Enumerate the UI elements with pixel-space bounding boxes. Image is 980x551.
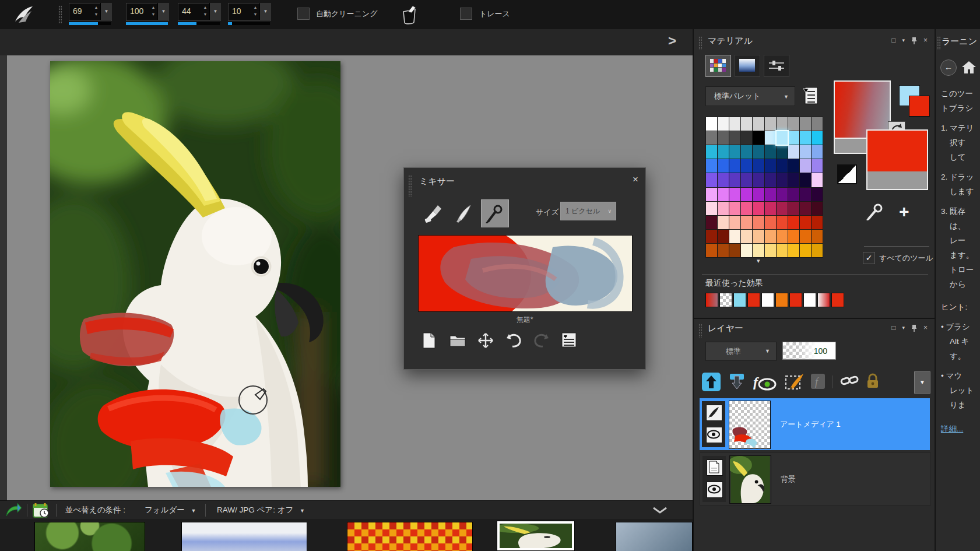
palette-swatch-3-5[interactable] <box>765 159 776 173</box>
palette-swatch-4-8[interactable] <box>800 173 811 187</box>
mixer-undo-icon[interactable] <box>505 332 522 349</box>
rawjpg-pair-dropdown[interactable]: RAW/ JPG ペア: オフ ▼ <box>217 501 305 520</box>
collapse-organizer-chevron-icon[interactable] <box>652 506 668 515</box>
thumbnail-sky[interactable] <box>181 522 307 551</box>
spinner-dropdown-icon[interactable]: ▼ <box>157 3 169 20</box>
palette-swatch-4-1[interactable] <box>718 173 729 187</box>
palette-swatch-7-2[interactable] <box>729 216 740 229</box>
layer-row-art-media[interactable]: アートメディア 1 <box>700 398 930 450</box>
sort-folder-dropdown[interactable]: フォルダー ▼ <box>145 501 196 520</box>
palette-swatch-4-7[interactable] <box>788 173 799 187</box>
palette-swatch-1-7[interactable] <box>788 131 799 145</box>
mixer-pan-icon[interactable] <box>477 332 494 349</box>
palette-swatch-8-9[interactable] <box>812 230 823 243</box>
palette-swatch-2-2[interactable] <box>729 145 740 159</box>
palette-swatch-5-2[interactable] <box>729 188 740 201</box>
palette-swatch-7-8[interactable] <box>800 216 811 229</box>
palette-swatch-7-3[interactable] <box>741 216 752 229</box>
spinner-dropdown-icon[interactable]: ▼ <box>209 3 221 20</box>
spin-arrows-icon[interactable]: ▲▼ <box>252 4 259 18</box>
home-icon[interactable] <box>961 59 977 75</box>
palette-swatch-1-9[interactable] <box>812 131 823 145</box>
move-layer-up-button[interactable] <box>702 373 721 391</box>
close-icon[interactable]: × <box>923 36 928 44</box>
recent-swatch-3[interactable] <box>747 293 760 307</box>
palette-swatch-4-6[interactable] <box>777 173 788 187</box>
palette-swatch-4-5[interactable] <box>765 173 776 187</box>
palette-swatch-3-1[interactable] <box>718 159 729 173</box>
palette-knife-tool-button[interactable] <box>451 199 477 226</box>
blend-mode-select[interactable]: 標準 ▼ <box>705 342 777 361</box>
palette-swatch-7-0[interactable] <box>706 216 717 229</box>
spinner-viscosity[interactable]: 10 ▲▼ ▼ <box>228 3 271 26</box>
panel-menu-icon[interactable]: ▾ <box>902 37 905 43</box>
palette-swatch-3-7[interactable] <box>788 159 799 173</box>
all-tools-checkbox[interactable]: ✓ <box>863 252 875 264</box>
palette-swatch-8-6[interactable] <box>777 230 788 243</box>
palette-swatch-0-9[interactable] <box>812 117 823 131</box>
mixer-dialog[interactable]: ミキサー × サイズ 1 ピクセル ∨ <box>403 167 646 370</box>
palette-swatch-5-1[interactable] <box>718 188 729 201</box>
palette-swatch-8-5[interactable] <box>765 230 776 243</box>
palette-swatch-0-0[interactable] <box>706 117 717 131</box>
palette-swatch-8-2[interactable] <box>729 230 740 243</box>
mixer-load-page-folder-icon[interactable] <box>449 332 466 349</box>
mixer-menu-icon[interactable] <box>561 332 578 349</box>
expand-panel-chevron-icon[interactable]: > <box>668 33 676 49</box>
spin-arrows-icon[interactable]: ▲▼ <box>150 4 157 18</box>
palette-swatch-2-3[interactable] <box>741 145 752 159</box>
trace-checkbox[interactable] <box>460 8 472 20</box>
recent-swatch-8[interactable] <box>817 293 830 307</box>
materials-grip[interactable] <box>698 36 702 50</box>
spinner-thickness[interactable]: 69 ▲▼ ▼ <box>69 3 112 26</box>
palette-swatch-3-9[interactable] <box>812 159 823 173</box>
palette-swatch-0-7[interactable] <box>788 117 799 131</box>
layer-opacity-field[interactable]: 100 <box>782 342 836 360</box>
palette-swatch-4-0[interactable] <box>706 173 717 187</box>
palette-swatch-0-1[interactable] <box>718 117 729 131</box>
thumbnail-pattern[interactable] <box>347 522 473 551</box>
spinner-loading[interactable]: 44 ▲▼ ▼ <box>178 3 221 26</box>
palette-swatch-6-0[interactable] <box>706 202 717 215</box>
palette-swatch-9-0[interactable] <box>706 244 717 257</box>
palette-swatch-6-2[interactable] <box>729 202 740 215</box>
palette-swatch-6-7[interactable] <box>788 202 799 215</box>
palette-swatch-8-1[interactable] <box>718 230 729 243</box>
palette-swatch-3-0[interactable] <box>706 159 717 173</box>
palette-swatch-7-1[interactable] <box>718 216 729 229</box>
thumbnail-cockatoo-selected[interactable] <box>497 521 575 551</box>
add-swatch-plus-icon[interactable]: + <box>899 202 909 222</box>
recent-swatch-2[interactable] <box>733 293 746 307</box>
toolbar-grip[interactable] <box>58 5 62 24</box>
palette-swatch-4-4[interactable] <box>753 173 764 187</box>
palette-swatch-2-0[interactable] <box>706 145 717 159</box>
palette-swatch-7-5[interactable] <box>765 216 776 229</box>
mixer-dropper-tool-button[interactable] <box>481 199 509 227</box>
palette-swatch-8-7[interactable] <box>788 230 799 243</box>
recent-swatch-4[interactable] <box>761 293 774 307</box>
learning-more-link[interactable]: 詳細... <box>941 422 980 436</box>
palette-swatch-6-3[interactable] <box>741 202 752 215</box>
recent-swatch-6[interactable] <box>789 293 802 307</box>
palette-swatch-0-4[interactable] <box>753 117 764 131</box>
spinner-dropdown-icon[interactable]: ▼ <box>100 3 112 20</box>
layer-thumbnail[interactable] <box>729 455 771 504</box>
layer-row-background[interactable]: 背景 <box>700 452 931 506</box>
palette-swatch-2-1[interactable] <box>718 145 729 159</box>
black-white-reset-swatch[interactable] <box>837 164 857 184</box>
background-material-large-swatch[interactable] <box>866 129 928 190</box>
palette-swatch-8-0[interactable] <box>706 230 717 243</box>
palette-swatch-3-4[interactable] <box>753 159 764 173</box>
mixer-new-page-icon[interactable] <box>421 332 438 349</box>
mixer-close-icon[interactable]: × <box>633 174 638 185</box>
close-icon[interactable]: × <box>923 324 928 332</box>
palette-swatch-5-8[interactable] <box>800 188 811 201</box>
auto-cleaning-checkbox[interactable] <box>297 8 310 20</box>
palette-swatch-3-2[interactable] <box>729 159 740 173</box>
palette-swatch-9-4[interactable] <box>753 244 764 257</box>
share-back-arrow-icon[interactable] <box>5 503 22 518</box>
palette-select[interactable]: 標準パレット ▼ <box>705 86 795 106</box>
palette-swatch-7-7[interactable] <box>788 216 799 229</box>
palette-swatch-5-0[interactable] <box>706 188 717 201</box>
cockatoo-photo-canvas[interactable] <box>50 61 340 487</box>
